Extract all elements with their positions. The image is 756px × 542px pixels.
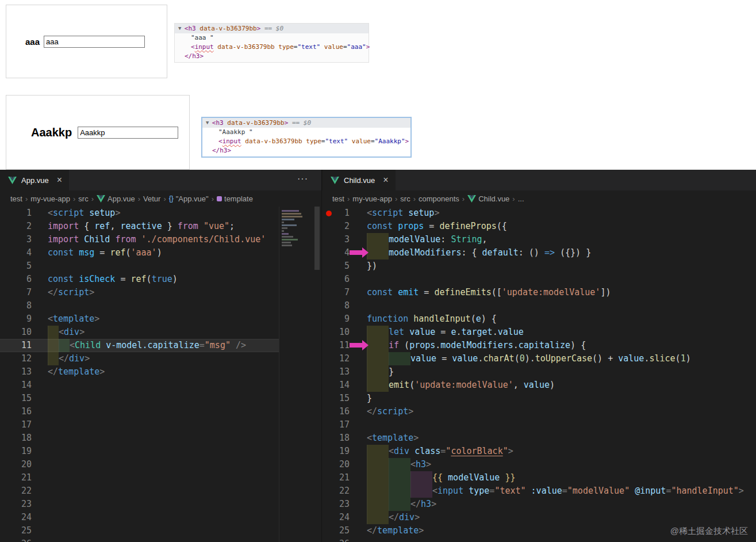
code-text: {{ modelValue }} [367, 472, 516, 483]
line-number: 22 [322, 484, 350, 498]
breadcrumb-item[interactable]: test [10, 194, 22, 203]
chevron-right-icon: › [91, 194, 94, 203]
code-line[interactable]: 7</script> [0, 286, 279, 299]
close-icon[interactable]: × [57, 175, 62, 185]
code-line[interactable]: 13</template> [0, 365, 279, 379]
code-line[interactable]: 16</script> [322, 405, 756, 418]
code-line[interactable]: 18 [0, 432, 279, 445]
code-line[interactable]: 22 [0, 484, 279, 498]
code-text: </div> [48, 353, 90, 364]
code-line[interactable]: 11if (props.modelModifiers.capitalize) { [322, 339, 756, 352]
code-line[interactable]: 17 [322, 418, 756, 432]
minimap[interactable] [281, 209, 306, 247]
devtools-node-line[interactable]: <input data-v-b36379bb type="text" value… [175, 43, 369, 52]
code-line[interactable]: 10<div> [0, 326, 279, 339]
line-number: 17 [0, 418, 32, 432]
code-line[interactable]: 6 [322, 273, 756, 286]
tab-child-vue[interactable]: Child.vue × [323, 170, 396, 190]
breadcrumb-item[interactable]: src [400, 194, 410, 203]
code-line[interactable]: 14 [0, 379, 279, 392]
code-line[interactable]: 12</div> [0, 352, 279, 365]
devtools-node-line[interactable]: </h3> [202, 146, 410, 155]
code-line[interactable]: 19<div class="colorBlack"> [322, 445, 756, 458]
breadcrumb-item[interactable]: components [419, 194, 459, 203]
code-line[interactable]: 19 [0, 445, 279, 458]
devtools-node-line[interactable]: ▼ <h3 data-v-b36379bb> == $0 [175, 24, 369, 33]
code-line[interactable]: 25 [0, 524, 279, 537]
code-line[interactable]: 2import { ref, reactive } from "vue"; [0, 220, 279, 233]
more-actions-icon[interactable]: ··· [297, 174, 308, 184]
code-line[interactable]: 15 [0, 392, 279, 405]
code-line[interactable]: 24 [0, 511, 279, 524]
devtools-node-line[interactable]: </h3> [175, 52, 369, 61]
code-line[interactable]: 1<script setup> [322, 207, 756, 220]
code-line[interactable]: 10let value = e.target.value [322, 326, 756, 339]
line-number: 18 [322, 432, 350, 445]
demo-text-input-middle[interactable] [78, 127, 178, 139]
code-line[interactable]: 23</h3> [322, 498, 756, 511]
code-line[interactable]: 24</div> [322, 511, 756, 524]
code-line[interactable]: 4const msg = ref('aaa') [0, 246, 279, 259]
code-line[interactable]: 21 [0, 471, 279, 484]
breadcrumb-item[interactable]: test [332, 194, 344, 203]
editor-child-vue[interactable]: 1<script setup>2const props = defineProp… [322, 207, 756, 542]
tab-bar: App.vue × ··· Child.vue × [0, 170, 756, 190]
breadcrumb-item[interactable]: ... [518, 194, 524, 203]
code-line[interactable]: 20 [0, 458, 279, 471]
code-text: <script setup> [48, 208, 120, 218]
code-line[interactable]: 22<input type="text" :value="modelValue"… [322, 484, 756, 498]
line-number: 6 [0, 273, 32, 286]
vue-logo-icon [331, 177, 339, 184]
code-line[interactable]: 7const emit = defineEmits(['update:model… [322, 286, 756, 299]
breadcrumb-item[interactable]: Vetur [143, 194, 160, 203]
code-line[interactable]: 2const props = defineProps({ [322, 220, 756, 233]
code-line[interactable]: 9function handleInput(e) { [322, 312, 756, 326]
breadcrumb-item[interactable]: Child.vue [467, 194, 509, 203]
code-line[interactable]: 18<template> [322, 432, 756, 445]
close-icon[interactable]: × [383, 175, 388, 185]
chevron-right-icon: › [395, 194, 397, 203]
breakpoint-dot[interactable] [326, 211, 332, 216]
breadcrumb-item[interactable]: src [78, 194, 88, 203]
chevron-right-icon: › [347, 194, 350, 203]
code-line[interactable]: 5 [0, 259, 279, 273]
code-line[interactable]: 8 [322, 299, 756, 312]
code-line[interactable]: 20<h3> [322, 458, 756, 471]
code-line[interactable]: 16 [0, 405, 279, 418]
line-number: 12 [322, 352, 350, 365]
devtools-node-line[interactable]: <input data-v-b36379bb type="text" value… [202, 137, 410, 146]
line-number: 6 [322, 273, 350, 286]
code-line[interactable]: 13} [322, 365, 756, 379]
code-line[interactable]: 6const isCheck = ref(true) [0, 273, 279, 286]
code-line[interactable]: 26 [322, 537, 756, 542]
breadcrumb-item[interactable]: App.vue [97, 194, 135, 203]
scrollbar-thumb[interactable] [314, 207, 320, 270]
line-number: 20 [322, 458, 350, 471]
code-line[interactable]: 23 [0, 498, 279, 511]
code-line[interactable]: 21{{ modelValue }} [322, 471, 756, 484]
code-line[interactable]: 1<script setup> [0, 207, 279, 220]
code-line[interactable]: 26 [0, 537, 279, 542]
code-line[interactable]: 3import Child from './components/Child.v… [0, 233, 279, 246]
code-line[interactable]: 14emit('update:modelValue', value) [322, 379, 756, 392]
code-line[interactable]: 12value = value.charAt(0).toUpperCase() … [322, 352, 756, 365]
devtools-node-line[interactable]: ▼ <h3 data-v-b36379bb> == $0 [202, 118, 410, 128]
code-line[interactable]: 5}) [322, 259, 756, 273]
demo-text-input-top[interactable] [44, 36, 145, 48]
breadcrumb-item[interactable]: template [217, 194, 253, 203]
code-text: const props = defineProps({ [367, 221, 507, 231]
code-line[interactable]: 11<Child v-model.capitalize="msg" /> [0, 339, 279, 352]
code-line[interactable]: 8 [0, 299, 279, 312]
devtools-node-line[interactable]: "Aaakkp " [202, 128, 410, 137]
devtools-node-line[interactable]: "aaa " [175, 33, 369, 43]
editor-app-vue[interactable]: 1<script setup>2import { ref, reactive }… [0, 207, 279, 542]
tab-app-vue[interactable]: App.vue × [0, 170, 69, 190]
code-line[interactable]: 9<template> [0, 312, 279, 326]
code-line[interactable]: 15} [322, 392, 756, 405]
breadcrumb-item[interactable]: {}"App.vue" [169, 194, 209, 203]
breadcrumb-item[interactable]: my-vue-app [352, 194, 392, 203]
code-line[interactable]: 3modelValue: String, [322, 233, 756, 246]
breadcrumb-item[interactable]: my-vue-app [30, 194, 70, 203]
code-line[interactable]: 17 [0, 418, 279, 432]
code-line[interactable]: 4modelModifiers: { default: () => ({}) } [322, 246, 756, 259]
